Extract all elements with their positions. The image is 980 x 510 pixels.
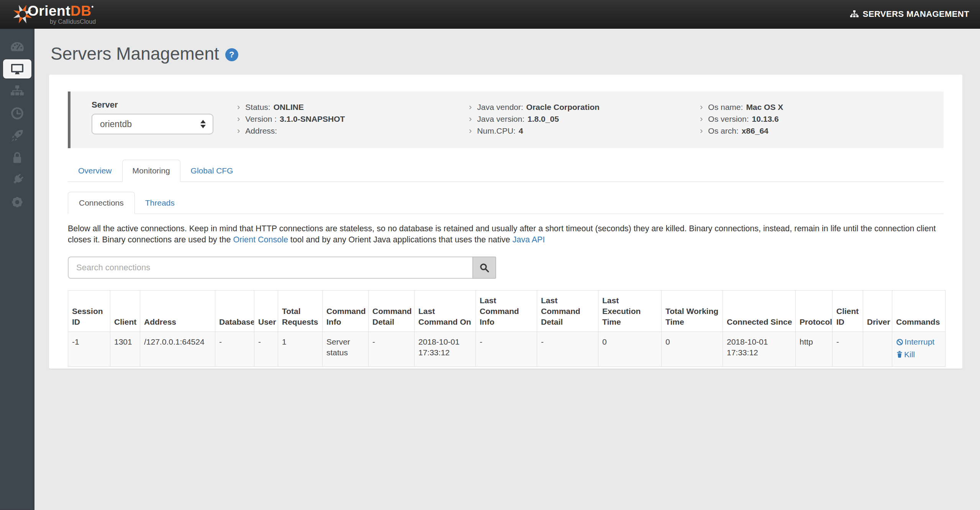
nav-label: SERVERS MANAGEMENT bbox=[863, 9, 969, 19]
chevron-right-icon bbox=[700, 114, 703, 124]
topbar: OrientDB• by CallidusCloud SERVERS MANAG… bbox=[0, 0, 980, 29]
sidebar-item-queries[interactable] bbox=[3, 104, 31, 123]
interrupt-label: Interrupt bbox=[905, 337, 934, 347]
info-value: Oracle Corporation bbox=[526, 103, 600, 112]
col-session-id: Session ID bbox=[68, 291, 110, 332]
info-label: Num.CPU: bbox=[477, 126, 515, 136]
info-label: Java vendor: bbox=[477, 103, 523, 112]
col-commands: Commands bbox=[892, 291, 946, 332]
subtab-connections[interactable]: Connections bbox=[68, 192, 135, 214]
col-client-id: Client ID bbox=[833, 291, 863, 332]
brand-subtitle: by CallidusCloud bbox=[50, 19, 96, 25]
info-value: 10.13.6 bbox=[752, 114, 779, 124]
info-label: Os version: bbox=[708, 114, 749, 124]
col-driver: Driver bbox=[863, 291, 892, 332]
cell-command-info: Server status bbox=[323, 332, 369, 366]
cell-database: - bbox=[215, 332, 254, 366]
kill-link[interactable]: Kill bbox=[896, 349, 942, 360]
brand-text: OrientDB• by CallidusCloud bbox=[28, 4, 96, 25]
info-value: ONLINE bbox=[274, 103, 304, 112]
monitor-icon bbox=[10, 61, 25, 77]
info-label: Java version: bbox=[477, 114, 524, 124]
rocket-icon bbox=[10, 128, 25, 143]
subtab-threads[interactable]: Threads bbox=[135, 192, 185, 214]
sidebar-item-settings[interactable] bbox=[3, 193, 31, 212]
monitoring-subtabs: Connections Threads bbox=[68, 192, 944, 214]
clock-icon bbox=[10, 106, 25, 121]
info-label: Os arch: bbox=[708, 126, 738, 136]
col-total-requests: Total Requests bbox=[278, 291, 323, 332]
description-text: tool and by any Orient Java applications… bbox=[288, 235, 513, 244]
sitemap-icon bbox=[10, 83, 25, 99]
server-info-panel: Server orientdb Status:ONLINE Version :3… bbox=[68, 92, 944, 148]
servers-card: Server orientdb Status:ONLINE Version :3… bbox=[49, 75, 962, 369]
table-header-row: Session ID Client Address Database User … bbox=[68, 291, 946, 332]
tab-overview[interactable]: Overview bbox=[68, 160, 122, 182]
server-info-col-os: Os name:Mac OS X Os version:10.13.6 Os a… bbox=[700, 102, 783, 138]
kill-label: Kill bbox=[904, 349, 915, 360]
col-last-command-on: Last Command On bbox=[415, 291, 476, 332]
tab-monitoring[interactable]: Monitoring bbox=[122, 160, 180, 182]
sidebar-item-metrics[interactable] bbox=[3, 126, 31, 145]
search-connections-input[interactable] bbox=[68, 257, 472, 279]
info-value: Mac OS X bbox=[746, 103, 783, 112]
sidebar-item-servers[interactable] bbox=[3, 59, 31, 78]
cell-session-id: -1 bbox=[68, 332, 110, 366]
sidebar-item-cluster[interactable] bbox=[3, 82, 31, 101]
lock-icon bbox=[10, 150, 25, 165]
cell-last-command-detail: - bbox=[537, 332, 598, 366]
cell-last-command-on: 2018-10-01 17:33:12 bbox=[415, 332, 476, 366]
info-label: Os name: bbox=[708, 103, 743, 112]
cell-user: - bbox=[254, 332, 278, 366]
chevron-right-icon bbox=[469, 102, 472, 112]
cell-connected-since: 2018-10-01 17:33:12 bbox=[723, 332, 796, 366]
plug-icon bbox=[10, 172, 25, 188]
chevron-right-icon bbox=[237, 114, 240, 124]
sidebar-item-security[interactable] bbox=[3, 148, 31, 167]
chevron-right-icon bbox=[237, 102, 240, 112]
help-icon[interactable]: ? bbox=[225, 48, 238, 61]
brand-db: DB bbox=[70, 3, 91, 19]
info-label: Address: bbox=[245, 126, 277, 136]
cell-last-command-info: - bbox=[476, 332, 537, 366]
table-row: -1 1301 /127.0.0.1:64524 - - 1 Server st… bbox=[68, 332, 946, 366]
server-select-value: orientdb bbox=[100, 119, 132, 129]
orientdb-logo[interactable]: OrientDB• by CallidusCloud bbox=[11, 3, 96, 25]
col-user: User bbox=[254, 291, 278, 332]
search-button[interactable] bbox=[472, 257, 496, 279]
brand-mark: • bbox=[91, 3, 93, 10]
search-connections-group bbox=[68, 257, 496, 279]
interrupt-link[interactable]: Interrupt bbox=[896, 337, 942, 347]
gauge-icon bbox=[10, 39, 25, 54]
server-select[interactable]: orientdb bbox=[92, 114, 213, 134]
orient-console-link[interactable]: Orient Console bbox=[233, 235, 288, 244]
nav-servers-management[interactable]: SERVERS MANAGEMENT bbox=[850, 9, 969, 19]
info-value: 1.8.0_05 bbox=[528, 114, 559, 124]
main-tabs: Overview Monitoring Global CFG bbox=[68, 160, 944, 182]
sidebar bbox=[0, 29, 34, 510]
server-select-label: Server bbox=[92, 100, 213, 110]
info-value: x86_64 bbox=[742, 126, 769, 136]
sidebar-item-dashboard[interactable] bbox=[3, 37, 31, 56]
select-arrows-icon bbox=[200, 120, 206, 128]
sitemap-icon bbox=[850, 10, 859, 18]
brand-orient: Orient bbox=[28, 3, 70, 19]
page-title: Servers Management ? bbox=[49, 43, 962, 64]
tab-global-cfg[interactable]: Global CFG bbox=[180, 160, 244, 182]
info-label: Version : bbox=[245, 114, 277, 124]
cell-client: 1301 bbox=[110, 332, 140, 366]
col-address: Address bbox=[140, 291, 215, 332]
cell-last-execution-time: 0 bbox=[598, 332, 662, 366]
cell-command-detail: - bbox=[369, 332, 415, 366]
cell-total-working-time: 0 bbox=[662, 332, 723, 366]
cell-address: /127.0.0.1:64524 bbox=[140, 332, 215, 366]
cell-driver bbox=[863, 332, 892, 366]
cell-protocol: http bbox=[796, 332, 833, 366]
sidebar-item-plugins[interactable] bbox=[3, 170, 31, 190]
java-api-link[interactable]: Java API bbox=[512, 235, 545, 244]
gear-icon bbox=[10, 195, 25, 210]
info-label: Status: bbox=[245, 103, 270, 112]
connections-description: Below all the active connections. Keep i… bbox=[68, 223, 944, 245]
col-client: Client bbox=[110, 291, 140, 332]
col-database: Database bbox=[215, 291, 254, 332]
